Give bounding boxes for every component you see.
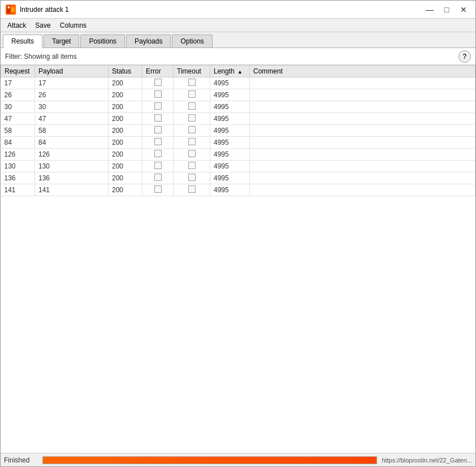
status-url: https://bloprostin.net/22_Gaten... — [382, 457, 472, 464]
col-request[interactable]: Request — [1, 66, 35, 77]
filter-text: Filter: Showing all items — [5, 53, 458, 60]
timeout-checkbox[interactable] — [188, 150, 196, 157]
table-row[interactable]: 1361362004995 — [1, 172, 475, 184]
main-window: Intruder attack 1 — □ ✕ Attack Save Colu… — [0, 0, 476, 467]
minimize-button[interactable]: — — [422, 4, 437, 15]
content-area: Filter: Showing all items ? Request Payl… — [1, 48, 475, 453]
timeout-checkbox[interactable] — [188, 79, 196, 86]
col-timeout[interactable]: Timeout — [174, 66, 210, 77]
progress-bar-fill — [43, 457, 377, 464]
error-checkbox[interactable] — [154, 185, 162, 193]
table-row[interactable]: 30302004995 — [1, 101, 475, 113]
window-title: Intruder attack 1 — [20, 6, 422, 14]
tab-options[interactable]: Options — [172, 34, 212, 47]
table-row[interactable]: 17172004995 — [1, 77, 475, 89]
timeout-checkbox[interactable] — [188, 138, 196, 145]
timeout-checkbox[interactable] — [188, 102, 196, 110]
col-length[interactable]: Length ▲ — [210, 66, 250, 77]
error-checkbox[interactable] — [154, 162, 162, 169]
status-bar: Finished https://bloprostin.net/22_Gaten… — [1, 453, 475, 466]
results-table-container[interactable]: Request Payload Status Error Timeout Len… — [1, 65, 475, 453]
tab-results[interactable]: Results — [3, 34, 42, 48]
col-error[interactable]: Error — [142, 66, 174, 77]
app-icon — [5, 4, 16, 15]
status-text: Finished — [4, 456, 38, 464]
error-checkbox[interactable] — [154, 79, 162, 86]
timeout-checkbox[interactable] — [188, 162, 196, 169]
timeout-checkbox[interactable] — [188, 90, 196, 98]
results-table: Request Payload Status Error Timeout Len… — [1, 65, 475, 196]
tab-target[interactable]: Target — [44, 34, 79, 47]
tab-payloads[interactable]: Payloads — [126, 34, 171, 47]
tab-positions[interactable]: Positions — [80, 34, 125, 47]
table-row[interactable]: 1301302004995 — [1, 161, 475, 172]
menu-attack[interactable]: Attack — [3, 20, 31, 31]
error-checkbox[interactable] — [154, 138, 162, 145]
col-comment[interactable]: Comment — [250, 66, 475, 77]
table-row[interactable]: 58582004995 — [1, 125, 475, 137]
error-checkbox[interactable] — [154, 150, 162, 157]
timeout-checkbox[interactable] — [188, 126, 196, 133]
table-row[interactable]: 1261262004995 — [1, 149, 475, 161]
tab-bar: Results Target Positions Payloads Option… — [1, 32, 475, 48]
table-header-row: Request Payload Status Error Timeout Len… — [1, 66, 475, 77]
timeout-checkbox[interactable] — [188, 185, 196, 193]
error-checkbox[interactable] — [154, 126, 162, 133]
table-row[interactable]: 84842004995 — [1, 137, 475, 149]
window-controls: — □ ✕ — [422, 4, 471, 15]
progress-bar-container — [42, 456, 377, 464]
svg-point-3 — [8, 6, 10, 8]
timeout-checkbox[interactable] — [188, 174, 196, 181]
table-row[interactable]: 1411412004995 — [1, 184, 475, 196]
sort-asc-icon: ▲ — [237, 69, 243, 75]
menu-bar: Attack Save Columns — [1, 19, 475, 32]
error-checkbox[interactable] — [154, 90, 162, 98]
maximize-button[interactable]: □ — [439, 4, 454, 15]
title-bar: Intruder attack 1 — □ ✕ — [1, 1, 475, 19]
col-status[interactable]: Status — [109, 66, 142, 77]
table-row[interactable]: 47472004995 — [1, 113, 475, 125]
help-button[interactable]: ? — [458, 50, 471, 63]
svg-rect-2 — [11, 7, 15, 12]
col-payload[interactable]: Payload — [35, 66, 109, 77]
error-checkbox[interactable] — [154, 114, 162, 122]
error-checkbox[interactable] — [154, 174, 162, 181]
error-checkbox[interactable] — [154, 102, 162, 110]
table-row[interactable]: 26262004995 — [1, 89, 475, 101]
close-button[interactable]: ✕ — [456, 4, 471, 15]
filter-bar: Filter: Showing all items ? — [1, 48, 475, 65]
timeout-checkbox[interactable] — [188, 114, 196, 122]
menu-save[interactable]: Save — [31, 20, 55, 31]
menu-columns[interactable]: Columns — [55, 20, 91, 31]
